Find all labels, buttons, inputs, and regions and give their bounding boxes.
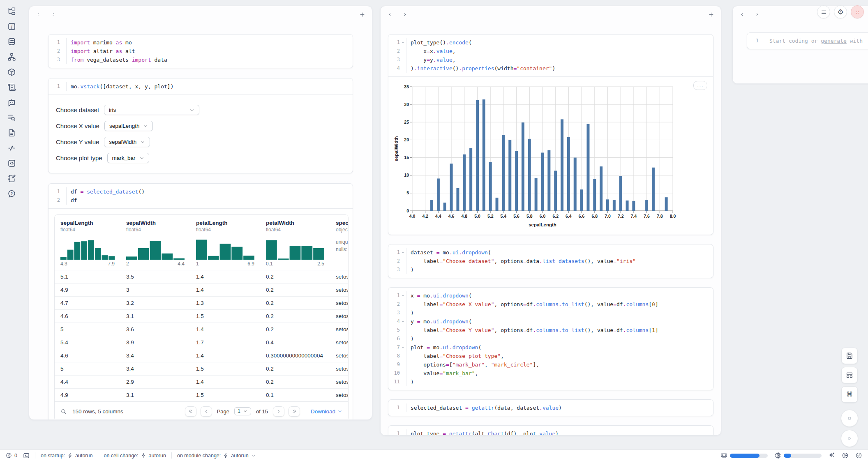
code-line[interactable]: 2import altair as alt	[48, 47, 349, 55]
first-page-button[interactable]	[185, 406, 196, 417]
runmode-2[interactable]: on cell change:autorun	[104, 453, 166, 459]
dropdown-select[interactable]: sepalWidth	[104, 137, 150, 147]
cell-xy-plot-dropdowns[interactable]: 1x = mo.ui.dropdown(2 label="Choose X va…	[388, 287, 713, 390]
page-select[interactable]: 1	[234, 407, 251, 415]
code-line[interactable]: 1df = selected_dataset()	[48, 187, 349, 196]
code-line[interactable]: 2 x=x.value,	[388, 47, 709, 55]
code-line[interactable]: 1mo.vstack([dataset, x, y, plot])	[48, 82, 349, 91]
cell-vstack[interactable]: 1mo.vstack([dataset, x, y, plot]) Choose…	[48, 78, 353, 173]
sidebar-logs-button[interactable]	[5, 112, 18, 123]
sidebar-file-explorer-button[interactable]	[5, 6, 18, 17]
fold-chevron-icon[interactable]	[400, 38, 406, 47]
code-line[interactable]: 6)	[388, 334, 709, 343]
sidebar-scratchpad-button[interactable]	[5, 173, 18, 184]
dropdown-select[interactable]: mark_bar	[107, 153, 149, 163]
sidebar-documentation-button[interactable]	[5, 127, 18, 138]
table-row[interactable]: 4.73.21.30.2setosa	[55, 296, 348, 309]
ram-usage[interactable]	[720, 452, 768, 459]
table-row[interactable]: 5.43.91.70.4setosa	[55, 336, 348, 349]
copilot-icon[interactable]	[842, 452, 849, 459]
code-line[interactable]: 3from vega_datasets import data	[48, 55, 349, 64]
column-histogram[interactable]	[126, 237, 185, 260]
download-button[interactable]: Download	[311, 408, 342, 415]
code-line[interactable]: 1plot_type().encode(	[388, 38, 709, 47]
column-histogram[interactable]	[196, 237, 254, 260]
sidebar-packages-button[interactable]	[5, 67, 18, 78]
code-line[interactable]: 3)	[388, 309, 709, 317]
column-header-sepalLength[interactable]: sepalLengthfloat644.37.9	[55, 215, 120, 270]
sidebar-outline-button[interactable]	[5, 82, 18, 93]
cell-dataset-dropdown[interactable]: 1dataset = mo.ui.dropdown(2 label="Choos…	[388, 244, 713, 278]
code-line[interactable]: 5 label="Choose Y value", options=df.col…	[388, 326, 709, 334]
sidebar-help-button[interactable]: ?	[5, 188, 18, 199]
fold-chevron-icon[interactable]	[400, 248, 406, 257]
last-page-button[interactable]	[289, 406, 300, 417]
table-row[interactable]: 53.41.50.2setosa	[55, 362, 348, 375]
column-header-sepalWidth[interactable]: sepalWidthfloat6424.4	[120, 215, 190, 270]
cell-selected-dataset[interactable]: 1selected_dataset = getattr(data, datase…	[388, 399, 713, 416]
code-line[interactable]: 8 label="Choose plot type",	[388, 352, 709, 360]
table-row[interactable]: 4.42.91.40.2setosa	[55, 375, 348, 388]
search-icon[interactable]	[60, 408, 67, 415]
code-line[interactable]: 1selected_dataset = getattr(data, datase…	[388, 403, 709, 412]
column-move-left-button[interactable]	[387, 12, 393, 17]
fold-chevron-icon[interactable]	[400, 317, 406, 326]
sidebar-snippets-button[interactable]	[5, 158, 18, 169]
code-line[interactable]: 2df	[48, 196, 349, 205]
fold-chevron-icon[interactable]	[400, 291, 406, 300]
code-line[interactable]: 2 label="Choose dataset", options=data.l…	[388, 257, 709, 265]
runmode-1[interactable]: on startup:autorun	[41, 453, 92, 459]
table-row[interactable]: 53.61.40.2setosa	[55, 323, 348, 336]
table-row[interactable]: 4.63.41.40.30000000000000004setosa	[55, 349, 348, 362]
column-move-right-button[interactable]	[754, 12, 760, 17]
chart-options-button[interactable]: ···	[693, 81, 707, 90]
save-button[interactable]	[841, 348, 858, 364]
column-histogram[interactable]	[266, 237, 324, 260]
column-move-right-button[interactable]	[402, 12, 408, 17]
code-line[interactable]: 1dataset = mo.ui.dropdown(	[388, 248, 709, 257]
sidebar-datasources-button[interactable]	[5, 36, 18, 47]
code-line[interactable]: 7plot = mo.ui.dropdown(	[388, 343, 709, 352]
table-row[interactable]: 4.931.40.2setosa	[55, 283, 348, 296]
add-column-button[interactable]	[708, 12, 714, 18]
dropdown-select[interactable]: iris	[104, 105, 199, 115]
menu-button[interactable]	[817, 5, 830, 18]
cell-plot-type[interactable]: 1plot_type = getattr(alt.Chart(df), plot…	[388, 425, 713, 436]
stop-button[interactable]	[841, 410, 858, 427]
code-line[interactable]: 4y = mo.ui.dropdown(	[388, 317, 709, 326]
table-row[interactable]: 4.93.11.50.1setosa	[55, 388, 348, 401]
cell-plot[interactable]: 1plot_type().encode(2 x=x.value,3 y=y.va…	[388, 34, 713, 235]
column-move-right-button[interactable]	[51, 12, 56, 17]
code-line[interactable]: 2 label="Choose X value", options=df.col…	[388, 300, 709, 309]
column-header-petalLength[interactable]: petalLengthfloat6416.9	[190, 215, 260, 270]
terminal-button[interactable]	[23, 452, 30, 459]
sidebar-dependencies-button[interactable]	[5, 51, 18, 62]
shutdown-button[interactable]	[851, 5, 864, 18]
column-header-species[interactable]: speciesobjectunique:nulls:	[330, 215, 349, 270]
cell-dataframe[interactable]: 1df = selected_dataset()2df sepalLengthf…	[48, 183, 353, 420]
ai-sparkles-icon[interactable]	[828, 452, 835, 459]
code-line[interactable]: 3)	[388, 265, 709, 274]
column-move-left-button[interactable]	[739, 12, 745, 17]
next-page-button[interactable]	[273, 406, 284, 417]
code-line[interactable]: 1x = mo.ui.dropdown(	[388, 291, 709, 300]
dropdown-select[interactable]: sepalLength	[104, 121, 153, 131]
code-line[interactable]: 11)	[388, 378, 709, 386]
table-row[interactable]: 4.63.11.50.2setosa	[55, 309, 348, 323]
code-line[interactable]: 3 y=y.value,	[388, 55, 709, 64]
sidebar-tracing-button[interactable]	[5, 143, 18, 154]
errors-indicator[interactable]: 0	[6, 452, 17, 459]
sidebar-variables-button[interactable]: f	[5, 21, 18, 32]
code-line[interactable]: 4).interactive().properties(width="conta…	[388, 64, 709, 73]
fold-chevron-icon[interactable]	[400, 343, 406, 352]
sidebar-chat-button[interactable]	[5, 97, 18, 108]
run-all-button[interactable]	[841, 430, 858, 447]
code-placeholder[interactable]: Start coding or generate with	[765, 37, 868, 45]
cell-imports[interactable]: 1import marimo as mo2import altair as al…	[48, 34, 353, 68]
layout-button[interactable]	[841, 367, 858, 383]
settings-button[interactable]: ⚙	[834, 5, 847, 18]
code-line[interactable]: 9 options=["mark_bar", "mark_circle"],	[388, 360, 709, 369]
runmode-3[interactable]: on module change:autorun	[177, 453, 256, 459]
table-row[interactable]: 5.13.51.40.2setosa	[55, 270, 348, 283]
empty-cell[interactable]: 1 Start coding or generate with	[747, 32, 868, 49]
